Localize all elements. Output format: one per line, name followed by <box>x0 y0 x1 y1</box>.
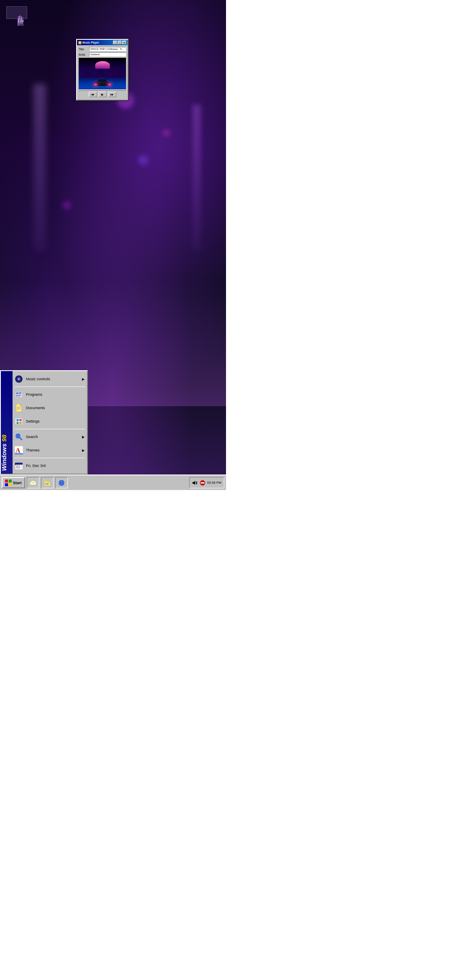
menu-item-search[interactable]: Search ▶ <box>13 430 87 444</box>
volume-icon <box>192 480 198 486</box>
music-controls-icon <box>14 374 23 384</box>
artist-field-row: Artist: Asthenic <box>79 52 126 57</box>
svg-rect-38 <box>15 453 23 454</box>
taskbar: Start <box>0 475 226 490</box>
svg-rect-20 <box>16 396 20 397</box>
separator-1 <box>14 387 85 387</box>
settings-label: Settings <box>26 419 85 423</box>
artist-label: Artist: <box>79 53 88 56</box>
menu-item-themes[interactable]: A Themes ▶ <box>13 444 87 457</box>
svg-marker-58 <box>193 481 195 485</box>
menu-item-programs[interactable]: Programs <box>13 388 87 401</box>
svg-point-27 <box>17 419 19 421</box>
documents-icon <box>14 403 23 413</box>
svg-rect-46 <box>9 480 12 482</box>
minimize-button[interactable]: _ <box>113 41 117 44</box>
calendar-icon: SUN MON TUE 1 2 3 7 8 9 <box>14 461 23 470</box>
svg-rect-45 <box>5 480 8 482</box>
svg-text:A: A <box>15 447 21 454</box>
sidebar-98-text: 98 <box>0 435 8 444</box>
music-controls-label: Music controls <box>26 377 80 381</box>
car-body <box>95 82 110 86</box>
start-button[interactable]: Start <box>2 477 25 488</box>
programs-label: Programs <box>26 392 85 397</box>
window-title: Music Player <box>82 41 99 44</box>
svg-rect-16 <box>16 392 18 394</box>
themes-arrow: ▶ <box>82 449 85 452</box>
titlebar-left: Music Player <box>78 41 99 44</box>
menu-item-documents[interactable]: Documents <box>13 401 87 415</box>
next-button[interactable]: ⏭ <box>108 92 116 97</box>
app-icon <box>78 41 82 44</box>
prev-button[interactable]: ⏮ <box>89 92 97 97</box>
internet-taskbar-icon <box>58 480 65 486</box>
menu-items-list: Music controls ▶ Programs <box>13 371 87 474</box>
search-arrow: ▶ <box>82 435 85 439</box>
svg-rect-50 <box>44 482 50 486</box>
explorer-taskbar-icon <box>44 480 51 486</box>
email-taskbar-icon <box>30 480 36 486</box>
music-player-window: Music Player _ □ ✕ Title: SPACE TRIP [ C… <box>76 39 128 101</box>
sidebar-windows-text: Windows <box>0 444 8 471</box>
start-label: Start <box>13 481 22 485</box>
taskbar-email[interactable] <box>27 477 39 488</box>
svg-rect-47 <box>5 483 8 486</box>
volume-tray-icon[interactable] <box>192 480 198 486</box>
play-button[interactable]: ▶ <box>98 92 107 97</box>
title-field-row: Title: SPACE TRIP [ Chillwave · Synt... <box>79 47 126 51</box>
windows-logo-icon <box>5 480 12 486</box>
sidebar-brand-text: Windows 98 <box>1 435 8 471</box>
system-tray: 05:38 PM <box>189 477 224 488</box>
menu-item-date[interactable]: SUN MON TUE 1 2 3 7 8 9 Fri, Dec 3rd <box>13 459 87 472</box>
player-controls: ⏮ ▶ ⏭ <box>79 90 126 98</box>
network-blocked-tray-icon[interactable] <box>200 480 205 486</box>
window-body: Title: SPACE TRIP [ Chillwave · Synt... … <box>77 45 128 100</box>
art-mountains <box>79 66 126 78</box>
taskbar-explorer[interactable] <box>41 477 54 488</box>
search-icon <box>14 432 23 441</box>
bokeh-4 <box>163 130 170 136</box>
car-light-left <box>94 84 97 85</box>
separator-2 <box>14 429 85 429</box>
svg-rect-51 <box>44 481 47 482</box>
menu-item-music-controls[interactable]: Music controls ▶ <box>13 372 87 386</box>
desktop: 丸信旅館 Music Player _ □ ✕ Title: SPACE TRI… <box>0 0 226 490</box>
svg-line-33 <box>20 438 22 440</box>
documents-label: Documents <box>26 406 85 410</box>
blocked-icon <box>200 480 205 486</box>
title-input[interactable]: SPACE TRIP [ Chillwave · Synt... <box>89 47 126 51</box>
svg-rect-48 <box>9 483 12 486</box>
svg-point-28 <box>20 419 22 421</box>
svg-point-29 <box>17 422 19 424</box>
titlebar: Music Player _ □ ✕ <box>77 40 128 45</box>
music-controls-arrow: ▶ <box>82 377 85 381</box>
menu-item-settings[interactable]: Settings <box>13 415 87 428</box>
artist-input[interactable]: Asthenic <box>89 52 126 57</box>
themes-label: Themes <box>26 448 80 452</box>
system-clock: 05:38 PM <box>207 481 221 485</box>
bokeh-3 <box>63 201 71 209</box>
title-label: Title: <box>79 48 88 51</box>
start-menu-sidebar: Windows 98 <box>1 371 13 474</box>
close-button[interactable]: ✕ <box>122 41 126 44</box>
separator-3 <box>14 458 85 458</box>
settings-icon <box>14 417 23 426</box>
themes-icon: A <box>14 446 23 455</box>
window-controls: _ □ ✕ <box>113 41 126 44</box>
car-light-right <box>108 84 110 85</box>
taskbar-internet[interactable] <box>55 477 68 488</box>
svg-rect-53 <box>45 484 49 485</box>
light-pillar-left <box>33 84 46 251</box>
album-art <box>79 58 126 89</box>
svg-rect-26 <box>15 418 23 425</box>
svg-point-30 <box>20 422 22 424</box>
svg-point-14 <box>18 379 19 379</box>
svg-text:7  8  9: 7 8 9 <box>16 467 20 469</box>
art-car <box>93 78 112 86</box>
search-label: Search <box>26 435 80 439</box>
bokeh-2 <box>138 155 149 165</box>
light-pillar-right <box>193 105 201 251</box>
maximize-button[interactable]: □ <box>118 41 122 44</box>
svg-rect-19 <box>16 395 22 396</box>
programs-icon <box>14 390 23 399</box>
